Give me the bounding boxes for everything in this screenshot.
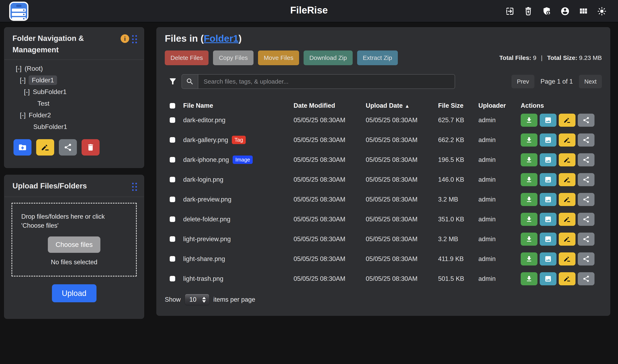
download-file-button[interactable] [521,114,538,127]
search-input[interactable] [198,74,455,89]
rename-folder-button[interactable] [36,139,54,156]
light-mode-icon[interactable] [597,7,606,16]
preview-image-button[interactable] [540,272,556,285]
rename-file-button[interactable] [559,114,576,127]
search-icon[interactable] [182,74,198,89]
column-header-file-name[interactable]: File Name [183,102,294,109]
share-file-button[interactable] [578,272,594,285]
row-checkbox[interactable] [170,137,175,143]
select-all-checkbox[interactable] [170,103,175,108]
row-checkbox[interactable] [170,236,175,242]
next-page-button[interactable]: Next [579,75,602,88]
folder-tree-item-folder1[interactable]: [-]Folder1 [4,74,144,86]
folder-tree-item-subfolder1[interactable]: [-]SubFolder1 [4,86,144,98]
upload-button[interactable]: Upload [52,284,96,302]
rename-file-button[interactable] [559,272,576,285]
items-per-page-select[interactable]: 10 [185,294,209,305]
trash-restore-icon[interactable] [524,7,533,16]
drag-handle-icon[interactable] [132,35,137,43]
preview-image-button[interactable] [540,114,556,127]
share-file-button[interactable] [578,233,594,246]
delete-folder-button[interactable] [81,139,100,156]
file-name[interactable]: light-preview.png [183,235,231,243]
upload-dropzone[interactable]: Drop files/folders here or click 'Choose… [12,203,137,277]
download-file-button[interactable] [521,133,538,146]
share-file-button[interactable] [578,193,594,206]
download-zip-button[interactable]: Download Zip [303,51,353,65]
choose-files-button[interactable]: Choose files [48,236,101,253]
date-modified: 05/05/25 08:30AM [294,196,366,203]
download-file-button[interactable] [521,173,538,186]
rename-file-button[interactable] [559,193,576,206]
collapse-toggle[interactable]: [-] [16,65,21,72]
row-checkbox[interactable] [170,117,175,123]
row-checkbox[interactable] [170,216,175,222]
extract-zip-button[interactable]: Extract Zip [357,51,398,65]
user-profile-icon[interactable] [560,7,570,16]
row-checkbox[interactable] [170,276,175,281]
preview-image-button[interactable] [540,213,556,226]
current-folder-link[interactable]: Folder1 [204,33,238,44]
row-checkbox[interactable] [170,177,175,182]
preview-image-button[interactable] [540,173,556,186]
share-folder-button[interactable] [59,139,77,156]
column-header-uploader[interactable]: Uploader [478,102,521,109]
download-file-button[interactable] [521,272,538,285]
folder-tree-item-subfolder1[interactable]: SubFolder1 [4,121,144,133]
folder-tree-item-root[interactable]: [-](Root) [4,63,144,74]
rename-file-button[interactable] [559,252,576,265]
admin-shield-icon[interactable] [542,7,551,16]
rename-file-button[interactable] [559,153,576,166]
file-name[interactable]: dark-login.png [183,176,223,183]
preview-image-button[interactable] [540,233,556,246]
collapse-toggle[interactable]: [-] [24,88,30,96]
download-file-button[interactable] [521,193,538,206]
download-file-button[interactable] [521,213,538,226]
column-header-upload-date[interactable]: Upload Date▲ [366,102,438,109]
collapse-toggle[interactable]: [-] [20,111,26,119]
prev-page-button[interactable]: Prev [512,75,534,88]
file-name[interactable]: dark-preview.png [183,196,231,203]
share-file-button[interactable] [578,173,594,186]
move-files-button[interactable]: Move Files [258,51,299,65]
rename-file-button[interactable] [559,173,576,186]
share-file-button[interactable] [578,252,594,265]
grid-view-icon[interactable] [579,7,588,16]
file-name[interactable]: light-trash.png [183,275,223,283]
drag-handle-icon[interactable] [132,183,137,191]
column-header-file-size[interactable]: File Size [438,102,478,109]
row-checkbox[interactable] [170,197,175,202]
info-icon[interactable]: i [121,34,129,43]
copy-files-button[interactable]: Copy Files [213,51,253,65]
preview-image-button[interactable] [540,252,556,265]
file-name[interactable]: light-share.png [183,255,225,263]
rename-file-button[interactable] [559,213,576,226]
collapse-toggle[interactable]: [-] [20,77,26,84]
row-checkbox[interactable] [170,157,175,162]
preview-image-button[interactable] [540,153,556,166]
filter-icon[interactable] [169,77,177,86]
share-file-button[interactable] [578,133,594,146]
rename-file-button[interactable] [559,133,576,146]
share-file-button[interactable] [578,213,594,226]
file-name[interactable]: delete-folder.png [183,216,230,223]
preview-image-button[interactable] [540,133,556,146]
preview-image-button[interactable] [540,193,556,206]
create-folder-button[interactable] [13,139,31,156]
download-file-button[interactable] [521,233,538,246]
row-checkbox[interactable] [170,256,175,262]
file-name[interactable]: dark-gallery.png [183,136,228,144]
delete-files-button[interactable]: Delete Files [165,51,209,65]
rename-file-button[interactable] [559,233,576,246]
share-file-button[interactable] [578,153,594,166]
folder-tree-item-folder2[interactable]: [-]Folder2 [4,109,144,121]
share-file-button[interactable] [578,114,594,127]
file-name[interactable]: dark-editor.png [183,117,225,124]
folder-tree-item-test[interactable]: Test [4,98,144,109]
download-file-button[interactable] [521,153,538,166]
download-file-button[interactable] [521,252,538,265]
logout-icon[interactable] [505,7,514,16]
column-header-actions[interactable]: Actions [521,102,602,109]
column-header-date-modified[interactable]: Date Modified [294,102,366,109]
file-name[interactable]: dark-iphone.png [183,156,229,164]
